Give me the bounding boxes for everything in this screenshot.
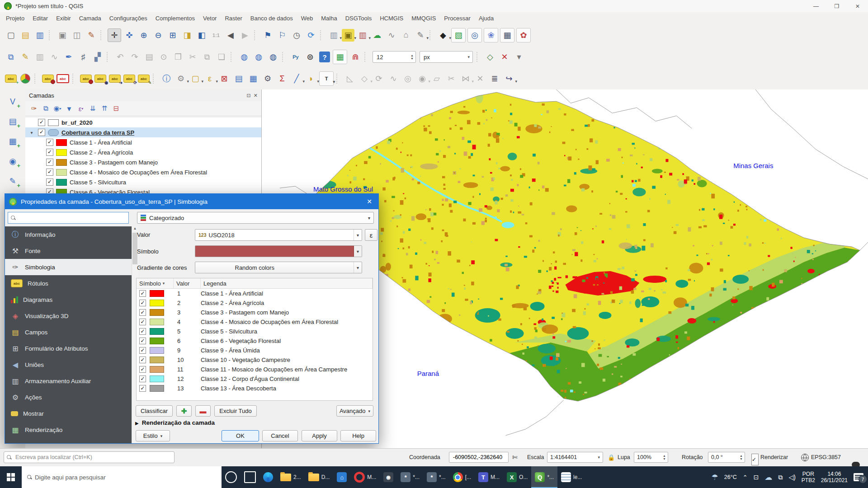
taskbar-app-teams[interactable]: TM...: [475, 466, 503, 488]
menu-complementos[interactable]: Complementos: [151, 14, 199, 23]
scale-select[interactable]: 1:4164401▾: [547, 452, 603, 463]
style-manager-icon[interactable]: ✎: [85, 29, 98, 42]
expression-builder-button[interactable]: ε: [365, 229, 377, 241]
dialog-tab-renderizacao[interactable]: ▦Renderização: [5, 422, 132, 438]
taskbar-app-app-1[interactable]: **...: [397, 466, 423, 488]
layout-checker-icon[interactable]: ▦: [333, 50, 347, 64]
osm-search-2-icon[interactable]: ◍: [252, 51, 265, 63]
show-bookmarks-icon[interactable]: ⚐: [276, 29, 288, 42]
save-layer-edits-icon[interactable]: ▥: [33, 51, 46, 63]
rotation-spinner[interactable]: 0,0 °▲▼: [708, 452, 745, 463]
new-print-layout-icon[interactable]: ▣: [56, 29, 69, 42]
hcmgis-basemaps-icon[interactable]: ▣▾: [342, 29, 354, 42]
menu-configuracoes[interactable]: Configurações: [105, 14, 151, 23]
map-tips-icon[interactable]: ◗▾: [305, 72, 317, 85]
layer-visibility-checkbox[interactable]: ✓: [46, 159, 53, 166]
run-feature-action-icon[interactable]: ⚙▾: [175, 72, 187, 85]
magnifier-spinner[interactable]: 100%▲▼: [634, 452, 668, 463]
manage-map-themes-icon[interactable]: ◉▾: [52, 103, 63, 114]
category-checkbox[interactable]: ✓: [139, 357, 146, 363]
menu-banco-de-dados[interactable]: Banco de dados: [246, 14, 297, 23]
statistical-summary-icon[interactable]: Σ: [276, 72, 288, 85]
category-checkbox[interactable]: ✓: [139, 300, 146, 306]
taskbar-app-excel[interactable]: XO...: [503, 466, 531, 488]
zoom-out-icon[interactable]: ⊖: [152, 29, 165, 42]
digitize-curve-icon[interactable]: ∿: [48, 51, 61, 63]
vertex-edits-icon[interactable]: ✕: [474, 72, 486, 85]
layer-tree-row-br-uf-2020[interactable]: ✓br_uf_2020: [25, 117, 261, 127]
category-swatch[interactable]: [150, 300, 164, 306]
label-pin-icon[interactable]: abc: [42, 75, 54, 83]
tray-chevron-icon[interactable]: ⌃: [743, 474, 748, 481]
category-checkbox[interactable]: ✓: [139, 347, 146, 354]
zoom-full-icon[interactable]: ⊞: [166, 29, 179, 42]
check-geometries-icon[interactable]: ≣: [488, 72, 501, 85]
category-swatch[interactable]: [150, 375, 164, 382]
categories-table-header[interactable]: Símbolo▾ Valor Legenda: [137, 278, 373, 289]
label-highlight-icon[interactable]: abc: [57, 74, 69, 83]
profile-tool-icon[interactable]: ∿: [385, 29, 398, 42]
start-button[interactable]: [0, 466, 22, 488]
diagram-options-icon[interactable]: [20, 74, 30, 84]
category-swatch[interactable]: [150, 385, 164, 392]
menu-hcmgis[interactable]: HCMGIS: [376, 14, 407, 23]
remove-layer-icon[interactable]: ⊟: [110, 103, 122, 114]
annotations-icon[interactable]: ✎▾: [414, 29, 427, 42]
taskbar-app-notepad[interactable]: le...: [557, 466, 585, 488]
advanced-digitizing-icon[interactable]: ◺: [344, 72, 356, 85]
menu-processar[interactable]: Processar: [440, 14, 475, 23]
delete-selected-icon[interactable]: ❐: [172, 51, 184, 63]
classify-button[interactable]: Classificar: [136, 405, 173, 417]
category-swatch[interactable]: [150, 319, 164, 325]
category-row-10[interactable]: ✓10Classe 10 - Vegetação Campestre: [137, 355, 373, 365]
dialog-tab-fonte[interactable]: ⚒Fonte: [5, 243, 132, 259]
taskbar-app-qgis[interactable]: Q*...: [531, 466, 557, 488]
menu-dsgtools[interactable]: DSGTools: [341, 14, 376, 23]
undo-icon[interactable]: ↶: [114, 51, 127, 63]
category-row-2[interactable]: ✓2Classe 2 - Área Agrícola: [137, 298, 373, 308]
dialog-tab-unioes[interactable]: ◀Uniões: [5, 357, 132, 373]
clock[interactable]: 14:0626/11/2021: [821, 471, 848, 483]
qgis-cloud-icon[interactable]: ☁: [371, 29, 383, 42]
deselect-features-icon[interactable]: ⊠: [218, 72, 231, 85]
python-console-icon[interactable]: Py: [289, 51, 302, 63]
dialog-title-bar[interactable]: Propriedades da camada - Cobertura_uso_d…: [5, 194, 378, 209]
category-checkbox[interactable]: ✓: [139, 375, 146, 382]
pan-to-selection-icon[interactable]: ✜: [123, 29, 136, 42]
add-ring-icon[interactable]: ◎: [401, 72, 414, 85]
move-feature-icon[interactable]: ⊙: [157, 51, 170, 63]
help-button[interactable]: Help: [340, 430, 376, 441]
cancel-button[interactable]: Cancel: [262, 430, 298, 441]
home-icon[interactable]: ⌂: [400, 29, 412, 42]
category-row-3[interactable]: ✓3Classe 3 - Pastagem com Manejo: [137, 308, 373, 317]
layer-visibility-checkbox[interactable]: ✓: [38, 129, 45, 136]
cut-features-icon[interactable]: ✂: [186, 51, 199, 63]
dialog-tab-formulario-de-atributos[interactable]: ⊞Formulário de Atributos: [5, 340, 132, 357]
merge-features-icon[interactable]: ⋈▾: [459, 72, 472, 85]
identify-features-icon[interactable]: ⓘ: [160, 72, 173, 85]
taskbar-app-folder-2[interactable]: D...: [305, 466, 334, 488]
simplify-feature-icon[interactable]: ∿: [387, 72, 400, 85]
dialog-tab-simbologia[interactable]: ✑Simbologia: [5, 259, 132, 275]
dialog-tab-acoes[interactable]: ⚙Ações: [5, 389, 132, 405]
coordinate-value[interactable]: [452, 454, 505, 461]
layer-visibility-checkbox[interactable]: ✓: [46, 178, 53, 186]
measure-icon[interactable]: ╱▾: [290, 72, 303, 85]
layer-tree-row-classe-5-silvicultura[interactable]: ✓Classe 5 - Silvicultura: [25, 177, 261, 187]
layer-tree-row-classe-1-area-artificial[interactable]: ✓Classe 1 - Área Artificial: [25, 137, 261, 147]
category-checkbox[interactable]: ✓: [139, 290, 146, 297]
apply-button[interactable]: Apply: [302, 430, 337, 441]
temporal-controller-icon[interactable]: ◷: [290, 29, 303, 42]
split-features-icon[interactable]: ✂: [445, 72, 458, 85]
menu-malha[interactable]: Malha: [317, 14, 341, 23]
menu-projeto[interactable]: Projeto: [2, 14, 28, 23]
category-swatch[interactable]: [150, 357, 164, 363]
taskbar-search[interactable]: Digite aqui para pesquisar: [22, 466, 222, 488]
zoom-next-icon[interactable]: ▶: [239, 29, 251, 42]
map-themes-tag-icon[interactable]: ◆▾: [437, 29, 449, 42]
osm-search-1-icon[interactable]: ◍: [238, 51, 250, 63]
value-field-select[interactable]: 123 USO2018 ▾: [195, 229, 362, 241]
redo-icon[interactable]: ↷: [128, 51, 141, 63]
label-pin-unpin-icon[interactable]: abc: [80, 75, 92, 83]
current-edits-icon[interactable]: ⧉: [5, 51, 17, 63]
